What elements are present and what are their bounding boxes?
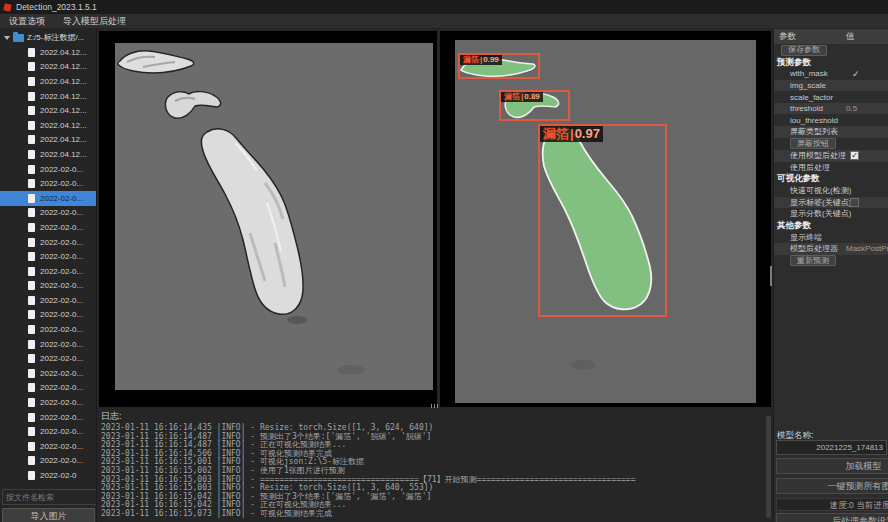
param-label: scale_factor — [790, 93, 833, 102]
param-row[interactable]: 使用后处理 — [774, 162, 888, 174]
menu-settings[interactable]: 设置选项 — [0, 14, 54, 29]
tree-item[interactable]: 2022.04.12... — [0, 74, 97, 89]
app-logo-icon — [3, 3, 11, 11]
tree-item[interactable]: 2022.04.12... — [0, 133, 97, 148]
param-label: 屏蔽类型列表 — [790, 126, 838, 137]
log-scrollbar[interactable] — [766, 416, 771, 518]
tree-item[interactable]: 2022-02-0... — [0, 439, 97, 454]
caret-down-icon[interactable] — [4, 36, 10, 40]
predict-all-button[interactable]: 一键预测所有图片 — [776, 478, 888, 494]
param-row[interactable]: 使用模型后处理✓ — [774, 150, 888, 162]
param-row[interactable]: 模型后处理器MaskPostPro — [774, 243, 888, 255]
file-icon — [28, 252, 35, 261]
checkbox-unchecked[interactable] — [850, 198, 859, 207]
search-input[interactable] — [2, 489, 97, 505]
tree-item[interactable]: 2022-02-0... — [0, 322, 97, 337]
log-title: 日志: — [97, 408, 773, 424]
param-row[interactable]: 快速可视化(检测) — [774, 185, 888, 197]
file-icon — [28, 340, 35, 349]
tree-item[interactable]: 2022.04.12... — [0, 118, 97, 133]
param-button[interactable]: 屏蔽按钮 — [790, 138, 836, 149]
tree-item[interactable]: 2022-02-0... — [0, 176, 97, 191]
tree-item-label: 2022-02-0... — [40, 456, 83, 465]
tree-item-label: 2022-02-0... — [40, 296, 83, 305]
tree-item-label: 2022-02-0... — [40, 267, 83, 276]
tree-item[interactable]: 2022.04.12... — [0, 147, 97, 162]
param-row[interactable]: scale_factor — [774, 91, 888, 103]
tree-item[interactable]: 2022-02-0... — [0, 279, 97, 294]
detection-box: 漏箔|0.97 — [538, 124, 667, 317]
tree-item[interactable]: 2022-02-0... — [0, 424, 97, 439]
tree-item[interactable]: 2022-02-0... — [0, 191, 97, 206]
file-icon — [28, 165, 35, 174]
tree-item[interactable]: 2022-02-0... — [0, 293, 97, 308]
param-label: 使用后处理 — [790, 162, 830, 173]
param-button[interactable]: 重新预测 — [790, 255, 836, 266]
tree-item[interactable]: 2022.04.12... — [0, 45, 97, 60]
param-label: with_mask — [790, 69, 828, 78]
tree-item[interactable]: 2022.04.12... — [0, 60, 97, 75]
detection-box: 漏箔|0.89 — [499, 90, 570, 121]
param-label: 显示分数(关键点) — [790, 208, 851, 219]
param-label: iou_threshold — [790, 116, 838, 125]
param-row[interactable]: with_mask✓ — [774, 68, 888, 80]
param-row[interactable]: img_scale — [774, 80, 888, 92]
param-row[interactable]: 显示终端 — [774, 231, 888, 243]
tree-item[interactable]: 2022-02-0... — [0, 220, 97, 235]
tree-item[interactable]: 2022-02-0... — [0, 395, 97, 410]
tree-item[interactable]: 2022-02-0... — [0, 337, 97, 352]
tree-item-label: 2022-02-0... — [40, 413, 83, 422]
app-window: Detection_2023.1.5.1 设置选项 导入模型后处理 Z:/5-标… — [0, 0, 888, 522]
tree-item-label: 2022.04.12... — [40, 48, 87, 57]
tree-item[interactable]: 2022-02-0... — [0, 162, 97, 177]
param-section-title: 预测参数 — [774, 57, 888, 69]
param-row[interactable]: 屏蔽类型列表 — [774, 126, 888, 138]
param-section-title: 可视化参数 — [774, 173, 888, 185]
file-icon — [28, 398, 35, 407]
tree-item-label: 2022-02-0... — [40, 340, 83, 349]
param-table-header: 参数 值 — [774, 29, 888, 44]
tree-item-label: 2022-02-0... — [40, 223, 83, 232]
file-icon — [28, 281, 35, 290]
menu-bar: 设置选项 导入模型后处理 — [0, 14, 888, 29]
param-row[interactable]: threshold0.5 — [774, 103, 888, 115]
tree-item-label: 2022.04.12... — [40, 150, 87, 159]
model-select[interactable]: 20221225_174813 — [776, 440, 887, 455]
param-section-title: 其他参数 — [774, 220, 888, 232]
tree-item-label: 2022.04.12... — [40, 106, 87, 115]
param-row[interactable]: iou_threshold — [774, 114, 888, 126]
file-icon — [28, 238, 35, 247]
tree-item[interactable]: 2022.04.12... — [0, 103, 97, 118]
tree-item[interactable]: 2022.04.12... — [0, 89, 97, 104]
tree-item[interactable]: 2022-02-0... — [0, 235, 97, 250]
tree-item[interactable]: 2022-02-0... — [0, 206, 97, 221]
vertical-splitter-handle[interactable] — [770, 266, 772, 286]
param-button[interactable]: 保存参数 — [781, 45, 827, 56]
param-label: 模型后处理器 — [790, 243, 838, 254]
original-image-panel[interactable] — [99, 31, 437, 407]
tree-item-label: 2022-02-0... — [40, 325, 83, 334]
param-row[interactable]: 显示标签(关键点) — [774, 197, 888, 209]
tree-item[interactable]: 2022-02-0... — [0, 308, 97, 323]
import-images-button[interactable]: 导入图片 — [2, 508, 95, 522]
tree-item-label: 2022.04.12... — [40, 135, 87, 144]
checkbox-checked[interactable]: ✓ — [850, 151, 859, 160]
tree-item[interactable]: 2022-02-0... — [0, 454, 97, 469]
prediction-image-panel[interactable]: 漏箔|0.99漏箔|0.89漏箔|0.97 — [440, 31, 771, 407]
file-icon — [28, 121, 35, 130]
tree-item[interactable]: 2022-02-0... — [0, 366, 97, 381]
postprocess-params-button[interactable]: 后处理参数设置 — [776, 513, 888, 522]
tree-item[interactable]: 2022-02-0... — [0, 381, 97, 396]
tree-item-label: 2022-02-0... — [40, 354, 83, 363]
param-label: 显示标签(关键点) — [790, 197, 851, 208]
param-row[interactable]: 显示分数(关键点) — [774, 208, 888, 220]
tree-item[interactable]: 2022-02-0... — [0, 351, 97, 366]
menu-import-postprocess[interactable]: 导入模型后处理 — [54, 14, 135, 29]
tree-item[interactable]: 2022-02-0... — [0, 264, 97, 279]
tree-item[interactable]: 2022-02-0... — [0, 249, 97, 264]
tree-item[interactable]: 2022-02-0... — [0, 410, 97, 425]
tree-root-item[interactable]: Z:/5-标注数据/... — [0, 30, 97, 45]
load-model-button[interactable]: 加载模型 — [776, 458, 888, 474]
tree-item[interactable]: 2022-02-0 — [0, 468, 97, 483]
file-icon — [28, 48, 35, 57]
